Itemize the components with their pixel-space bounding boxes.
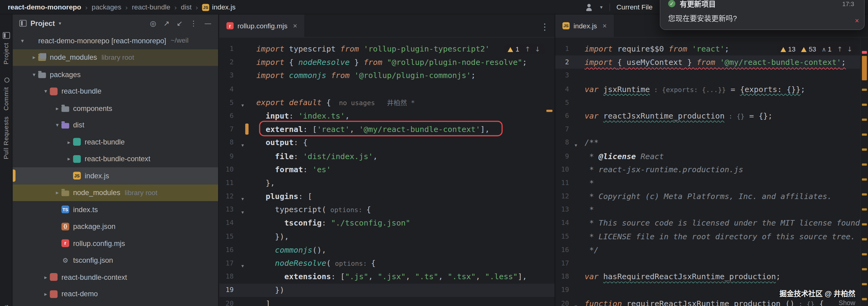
line-number[interactable]: 7 [555, 122, 569, 136]
editor-left[interactable]: 1234567891011121314151617181920 ▾▾▾▾▾ im… [219, 38, 555, 306]
breadcrumb-item[interactable]: packages [92, 3, 121, 11]
code-line[interactable]: typescript( options: { [256, 203, 527, 216]
line-number[interactable]: 6 [219, 109, 234, 122]
line-number[interactable]: 3 [219, 69, 234, 82]
warning-badge[interactable]: 53 [801, 46, 816, 53]
fold-marker-icon[interactable]: ▾ [241, 210, 244, 215]
line-number[interactable]: 17 [555, 257, 569, 270]
line-number[interactable]: 18 [555, 270, 569, 283]
code-line[interactable]: */ [585, 243, 868, 257]
code-line[interactable]: nodeResolve( options: { [256, 257, 527, 270]
collapse-icon[interactable]: ↙ [177, 19, 183, 27]
tree-item[interactable]: ▾packages [13, 66, 218, 83]
code-line[interactable]: output: { [256, 136, 527, 149]
code-line[interactable]: * This source code is licensed under the… [585, 216, 868, 230]
line-number[interactable]: 20 [219, 297, 234, 306]
code-line[interactable] [585, 69, 868, 82]
line-number[interactable]: 3 [555, 69, 569, 82]
weak-warning-badge[interactable]: ∧1 [822, 46, 832, 53]
line-number[interactable]: 15 [219, 230, 234, 243]
code-line[interactable]: /** [585, 136, 868, 149]
line-number[interactable]: 8 [219, 136, 234, 149]
tree-item[interactable]: ▸components [13, 100, 218, 116]
chevron-down-icon[interactable]: ▾ [59, 21, 61, 26]
code-line[interactable] [585, 122, 868, 136]
line-number[interactable]: 16 [219, 243, 234, 257]
inspection-nav-arrows[interactable]: ↑ ↓ [525, 46, 541, 53]
tree-item[interactable]: TSindex.ts [13, 201, 218, 218]
tab-rollup-config[interactable]: r rollup.config.mjs × [219, 14, 305, 37]
toolwindow-button-pull-requests[interactable]: Pull Requests [0, 116, 12, 159]
toolwindow-button-project[interactable]: Project [0, 32, 12, 64]
more-options-icon[interactable]: ⋮ [190, 19, 197, 27]
code-line[interactable]: import commonjs from '@rollup/plugin-com… [256, 69, 527, 82]
line-number[interactable]: 14 [219, 216, 234, 230]
code-line[interactable] [585, 96, 868, 109]
error-stripe[interactable] [860, 38, 868, 306]
line-number[interactable]: 1 [219, 42, 234, 55]
tree-item[interactable]: ▾react-bundle [13, 83, 218, 100]
line-number[interactable]: 15 [555, 230, 569, 243]
code-line[interactable]: format: 'es' [256, 163, 527, 176]
fold-marker-icon[interactable]: ▾ [241, 196, 244, 202]
code-line[interactable]: var hasRequiredReactJsxRuntime_productio… [585, 270, 868, 283]
code-line[interactable]: }) [256, 283, 527, 297]
notification-close-icon[interactable]: × [855, 17, 859, 25]
code-line[interactable]: }, [256, 176, 527, 190]
code-line[interactable]: var reactJsxRuntime_production : {} = {}… [585, 109, 868, 122]
toolwindow-button-bookmarks[interactable]: Bookmarks [0, 305, 12, 306]
toolwindow-button-commit[interactable]: Commit [0, 77, 12, 111]
tree-item[interactable]: ⚙tsconfig.json [13, 252, 218, 269]
breadcrumb-item[interactable]: react-bundle [132, 3, 170, 11]
breadcrumb-item[interactable]: react-demo-monorepo [8, 3, 81, 11]
line-number[interactable]: 12 [219, 190, 234, 203]
tree-item[interactable]: ▸react-bundle-context [13, 150, 218, 167]
line-number[interactable]: 1 [555, 42, 569, 55]
line-number[interactable]: 9 [555, 149, 569, 163]
line-number[interactable]: 6 [555, 109, 569, 122]
breadcrumb-item[interactable]: dist [181, 3, 192, 11]
line-number[interactable]: 16 [555, 243, 569, 257]
code-line[interactable]: var jsxRuntime : {exports: {...}} = {exp… [585, 82, 868, 96]
editor-right[interactable]: 1234567891011121314151617181920 ▾▾ impor… [555, 38, 868, 306]
close-tab-icon[interactable]: × [602, 22, 607, 30]
code-line[interactable] [585, 257, 868, 270]
tab-index-js[interactable]: JS index.js × [555, 14, 614, 37]
tree-item[interactable]: {}package.json [13, 218, 218, 235]
code-line[interactable]: import { useMyContext } from '@my/react-… [585, 55, 868, 69]
line-number[interactable]: 12 [555, 190, 569, 203]
line-number[interactable]: 14 [555, 216, 569, 230]
tree-item[interactable]: ▾dist [13, 117, 218, 134]
code-line[interactable]: export default { no usages 井柏然 * [256, 96, 527, 109]
tree-item[interactable]: ▸react-demo [13, 285, 218, 302]
line-number[interactable]: 5 [555, 96, 569, 109]
bookmark-marker[interactable] [245, 123, 249, 134]
update-notification-popup[interactable]: ✓ 有更新项目 17:3 您现在要安装更新吗? × [660, 0, 865, 30]
code-line[interactable]: commonjs(), [256, 243, 527, 257]
line-number[interactable]: 8 [555, 136, 569, 149]
expand-icon[interactable]: ↗ [163, 19, 169, 27]
code-line[interactable]: import { nodeResolve } from "@rollup/plu… [256, 55, 527, 69]
fold-marker-icon[interactable]: ▾ [241, 263, 244, 269]
line-number[interactable]: 19 [219, 283, 234, 297]
code-line[interactable]: * [585, 176, 868, 190]
line-number[interactable]: 10 [219, 163, 234, 176]
line-number[interactable]: 19 [555, 283, 569, 297]
line-number[interactable]: 20 [555, 297, 569, 306]
run-widget-current-file[interactable]: Current File [616, 3, 653, 11]
tree-item[interactable]: ▸node_moduleslibrary root [13, 184, 218, 201]
tree-item[interactable]: ▸react-bundle-context [13, 269, 218, 285]
tree-item[interactable]: ▸react-bundle [13, 134, 218, 150]
code-line[interactable]: plugins: [ [256, 190, 527, 203]
warning-badge[interactable]: 1 [508, 46, 519, 53]
code-area[interactable]: import typescript from 'rollup-plugin-ty… [256, 42, 527, 306]
code-line[interactable]: import typescript from 'rollup-plugin-ty… [256, 42, 527, 55]
line-number[interactable]: 11 [555, 176, 569, 190]
line-number[interactable]: 10 [555, 163, 569, 176]
line-number[interactable]: 13 [555, 203, 569, 216]
line-number[interactable]: 11 [219, 176, 234, 190]
code-with-me-users-icon[interactable] [586, 4, 595, 11]
line-number[interactable]: 7 [219, 122, 234, 136]
fold-marker-icon[interactable]: ▾ [241, 143, 244, 148]
line-number[interactable]: 18 [219, 270, 234, 283]
